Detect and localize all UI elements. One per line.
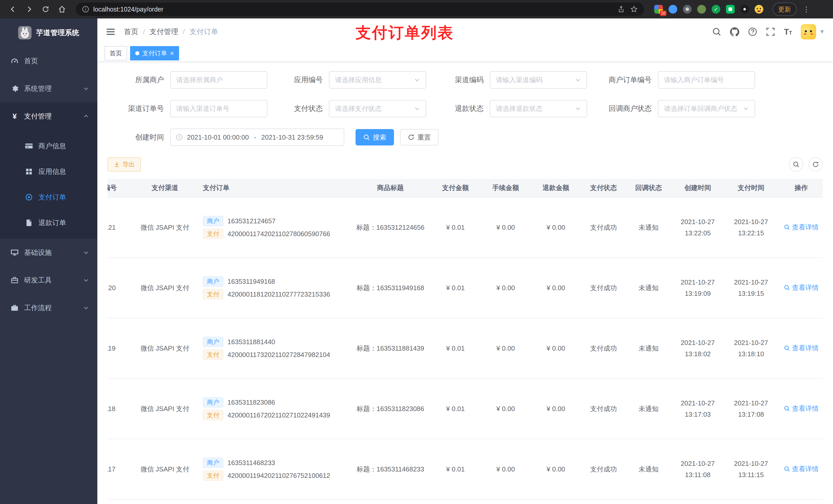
- refresh-button[interactable]: [808, 157, 823, 172]
- channel-order-no-input[interactable]: [170, 100, 267, 117]
- view-detail-link[interactable]: 查看详情: [784, 283, 819, 292]
- fullscreen-icon[interactable]: [766, 27, 775, 37]
- table-row: 117微信 JSAPI 支付商户1635311468233支付420000119…: [108, 439, 823, 499]
- merchant-input[interactable]: [170, 71, 267, 89]
- tab-active[interactable]: 支付订单×: [130, 46, 179, 61]
- sidebar-item-home[interactable]: 首页: [0, 47, 97, 75]
- close-icon[interactable]: ×: [170, 50, 174, 56]
- pay-order-line: 支付4200001173202110272847982104: [203, 350, 347, 360]
- browser-menu-icon[interactable]: ⋮: [803, 5, 810, 14]
- browser-back-button[interactable]: [6, 3, 20, 16]
- export-button[interactable]: 导出: [108, 157, 141, 172]
- pay-order-no: 4200001194202110276752100612: [228, 472, 330, 480]
- create-time-range-picker[interactable]: 2021-10-01 00:00:00 - 2021-10-31 23:59:5…: [170, 128, 344, 146]
- chevron-up-icon: [83, 113, 89, 119]
- browser-home-button[interactable]: [55, 3, 69, 16]
- address-bar[interactable]: localhost:1024/pay/order: [76, 3, 644, 16]
- extension-badge: 10: [660, 10, 667, 16]
- column-header-3: 商品标题: [351, 179, 430, 197]
- chevron-down-icon: [414, 77, 420, 83]
- column-header-11: 操作: [778, 179, 823, 197]
- sidebar-item-workflow[interactable]: 工作流程: [0, 294, 97, 322]
- help-icon[interactable]: [748, 27, 757, 37]
- extension-icon-8[interactable]: [755, 5, 763, 14]
- extension-icon-7[interactable]: [740, 5, 749, 14]
- cell-notify-status: 未通知: [626, 439, 671, 499]
- cell-fee-amount: ¥ 0.00: [480, 197, 531, 258]
- sidebar-item-pay-order[interactable]: 支付订单: [0, 184, 97, 210]
- pay-channel: 微信 JSAPI 支付: [141, 223, 190, 231]
- pay-status-select[interactable]: 请选择支付状态: [329, 100, 426, 117]
- breadcrumb-item[interactable]: 首页: [124, 27, 138, 37]
- cell-create-time: 2021-10-27 13:17:03: [671, 379, 724, 439]
- notify-status-select[interactable]: 请选择订单回调商户状态: [658, 100, 755, 117]
- extension-icon-6[interactable]: [726, 5, 735, 14]
- cell-refund-amount: ¥ 0.00: [531, 258, 581, 318]
- notify-status: 未通知: [639, 405, 659, 413]
- extension-icon-2[interactable]: [669, 5, 677, 14]
- order-icon: [25, 193, 33, 201]
- tab-0[interactable]: 首页: [104, 46, 127, 61]
- reset-button[interactable]: 重置: [400, 129, 438, 145]
- filter-group-channel-order-no: 渠道订单号: [108, 100, 267, 117]
- extension-icon-1[interactable]: 10: [654, 5, 663, 14]
- sidebar-item-system[interactable]: 系统管理: [0, 75, 97, 102]
- pay-status: 支付成功: [590, 405, 617, 413]
- extension-icon-3[interactable]: [683, 5, 692, 14]
- view-detail-link[interactable]: 查看详情: [784, 344, 819, 353]
- extension-icon-5[interactable]: ✓: [712, 5, 720, 14]
- column-header-7: 支付状态: [581, 179, 626, 197]
- view-detail-link[interactable]: 查看详情: [784, 404, 819, 413]
- yen-icon: ¥: [10, 112, 19, 121]
- table-row: 118微信 JSAPI 支付商户1635311823086支付420000116…: [108, 379, 823, 439]
- cell-pay-status: [581, 499, 626, 504]
- pay-amount: ¥ 0.01: [446, 223, 465, 231]
- cell-pay-time: 2021-10-27 13:11:15: [724, 439, 778, 499]
- sidebar-item-label: 退款订单: [39, 218, 66, 227]
- channel-code-select[interactable]: 请输入渠道编码: [490, 71, 587, 89]
- cell-pay-amount: ¥ 0.01: [430, 258, 480, 318]
- sidebar-item-payment[interactable]: ¥支付管理: [0, 102, 97, 130]
- cell-pay-order: 商户1635312124657支付42000011742021102780605…: [197, 197, 351, 258]
- product-title: 标题：1635312124656: [356, 223, 424, 231]
- toggle-search-button[interactable]: [789, 157, 803, 172]
- pay-channel: 微信 JSAPI 支付: [141, 344, 190, 352]
- view-detail-label: 查看详情: [792, 344, 819, 353]
- site-info-icon[interactable]: [82, 6, 89, 13]
- github-icon[interactable]: [730, 27, 739, 37]
- pay-badge: 支付: [203, 471, 223, 481]
- browser-forward-button[interactable]: [23, 3, 36, 16]
- cell-notify-status: [626, 499, 671, 504]
- breadcrumb-item[interactable]: 支付管理: [149, 27, 178, 37]
- browser-reload-button[interactable]: [39, 3, 52, 16]
- search-button[interactable]: 搜索: [356, 129, 394, 145]
- cell-actions: [778, 499, 823, 504]
- app-logo[interactable]: 芋道管理系统: [0, 19, 97, 47]
- sidebar-item-infra[interactable]: 基础设施: [0, 239, 97, 266]
- view-detail-link[interactable]: 查看详情: [784, 223, 819, 232]
- sidebar-item-app-info[interactable]: 应用信息: [0, 159, 97, 184]
- order-id: 117: [108, 465, 116, 473]
- refund-status-select[interactable]: 请选择退款状态: [490, 100, 587, 117]
- browser-update-button[interactable]: 更新: [772, 3, 796, 16]
- pay-channel: 微信 JSAPI 支付: [141, 405, 190, 413]
- order-id: 121: [108, 223, 116, 231]
- cell-notify-status: 未通知: [626, 379, 671, 439]
- cell-create-time: 2021-10-27 13:19:09: [671, 258, 724, 318]
- extension-icon-4[interactable]: [697, 5, 706, 14]
- sidebar-item-refund-order[interactable]: 退款订单: [0, 210, 97, 236]
- share-icon[interactable]: [617, 5, 625, 13]
- sidebar-item-devtools[interactable]: 研发工具: [0, 266, 97, 294]
- breadcrumb: 首页/支付管理/支付订单: [124, 27, 218, 37]
- hamburger-icon[interactable]: [105, 26, 117, 38]
- bookmark-star-icon[interactable]: [630, 5, 638, 13]
- merchant-order-no-input[interactable]: [658, 71, 755, 89]
- tab-label: 首页: [110, 49, 122, 57]
- user-avatar[interactable]: ▼: [801, 24, 825, 40]
- font-size-icon[interactable]: TT: [784, 28, 792, 36]
- app-no-select[interactable]: 请选择应用信息: [329, 71, 426, 89]
- view-detail-link[interactable]: 查看详情: [784, 464, 819, 474]
- sidebar-item-merchant-info[interactable]: 商户信息: [0, 133, 97, 159]
- search-icon[interactable]: [712, 27, 721, 37]
- browser-chrome: localhost:1024/pay/order 10 ✓ 更新 ⋮: [0, 0, 833, 19]
